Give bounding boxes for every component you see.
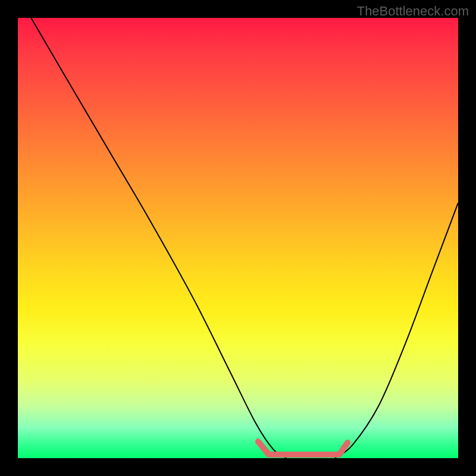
- chart-svg: [18, 18, 458, 458]
- watermark-text: TheBottleneck.com: [357, 4, 469, 19]
- plot-area: [18, 18, 458, 458]
- left-curve-line: [31, 18, 286, 458]
- right-curve-line: [335, 203, 458, 458]
